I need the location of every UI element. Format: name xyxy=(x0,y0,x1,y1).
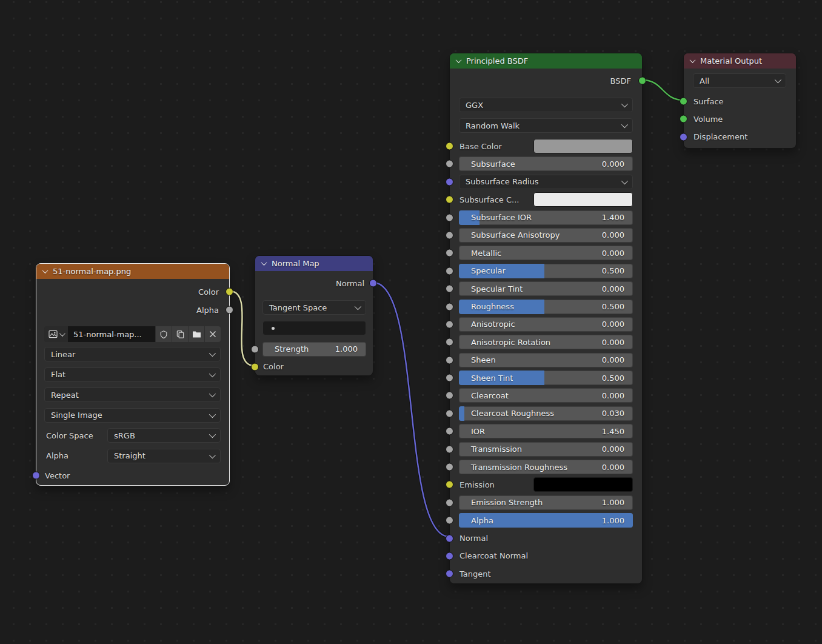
subsurface-input-socket[interactable] xyxy=(446,160,453,168)
subsurface-color-swatch[interactable] xyxy=(533,192,633,207)
node-editor-canvas[interactable]: 51-normal-map.png Color Alpha xyxy=(0,0,822,644)
chevron-down-icon xyxy=(355,303,361,310)
normal-map-node-header[interactable]: Normal Map xyxy=(255,256,373,271)
output-row-normal: Normal xyxy=(262,276,366,290)
subsurface-color-input-socket[interactable] xyxy=(446,196,453,204)
input-row-color: Color xyxy=(262,360,366,374)
transmission-slider[interactable]: Transmission 0.000 xyxy=(459,442,633,457)
color-space-label: Color Space xyxy=(44,431,107,440)
subsurface-ior-input-socket[interactable] xyxy=(446,213,453,221)
node-image-texture[interactable]: 51-normal-map.png Color Alpha xyxy=(36,263,230,486)
specular-tint-slider[interactable]: Specular Tint 0.000 xyxy=(459,281,633,296)
alpha-output-socket[interactable] xyxy=(226,306,233,314)
alpha-mode-select[interactable]: Straight xyxy=(107,449,221,463)
subsurface-ior-slider[interactable]: Subsurface IOR 1.400 xyxy=(459,210,633,225)
input-row-vector: Vector xyxy=(44,468,221,483)
interpolation-select[interactable]: Linear xyxy=(44,347,221,361)
image-browse-button[interactable] xyxy=(44,326,68,342)
subsurface-anisotropy-slider[interactable]: Subsurface Anisotropy 0.000 xyxy=(459,228,633,243)
subsurface-radius-select[interactable]: Subsurface Radius xyxy=(459,175,633,189)
color-input-socket[interactable] xyxy=(251,363,259,371)
displacement-input-socket[interactable] xyxy=(680,133,687,141)
collapse-chevron-icon[interactable] xyxy=(261,260,267,266)
clearcoat-input-socket[interactable] xyxy=(446,392,453,400)
subsurface-slider[interactable]: Subsurface 0.000 xyxy=(459,156,633,171)
ior-input-socket[interactable] xyxy=(446,428,453,435)
param-row-emission: Emission xyxy=(459,477,633,492)
node-normal-map[interactable]: Normal Map Normal Tangent Space xyxy=(255,255,373,376)
output-row-alpha: Alpha xyxy=(44,303,221,317)
sheen-tint-slider[interactable]: Sheen Tint 0.500 xyxy=(459,371,633,385)
base-color-swatch[interactable] xyxy=(533,139,633,153)
alpha-mode-row: Alpha Straight xyxy=(44,449,221,463)
clearcoat-roughness-input-socket[interactable] xyxy=(446,409,453,417)
anisotropic-input-socket[interactable] xyxy=(446,320,453,328)
emission-strength-input-socket[interactable] xyxy=(446,498,453,506)
anisotropic-slider[interactable]: Anisotropic 0.000 xyxy=(459,317,633,332)
extension-select[interactable]: Repeat xyxy=(44,387,221,402)
node-material-output[interactable]: Material Output All Surface Volume Displ… xyxy=(683,53,797,149)
sheen-tint-input-socket[interactable] xyxy=(446,374,453,382)
roughness-slider[interactable]: Roughness 0.500 xyxy=(459,300,633,314)
subsurface-anisotropy-input-socket[interactable] xyxy=(446,231,453,239)
vector-input-socket[interactable] xyxy=(32,472,40,480)
volume-input-socket[interactable] xyxy=(680,115,687,123)
image-texture-node-header[interactable]: 51-normal-map.png xyxy=(36,264,229,279)
principled-bsdf-node-header[interactable]: Principled BSDF xyxy=(450,53,642,69)
ior-slider[interactable]: IOR 1.450 xyxy=(459,424,633,438)
node-principled-bsdf[interactable]: Principled BSDF BSDF GGX Random Walk Bas… xyxy=(449,53,643,584)
anisotropic-rotation-input-socket[interactable] xyxy=(446,338,453,346)
distribution-select[interactable]: GGX xyxy=(459,98,633,112)
uv-map-field[interactable] xyxy=(262,321,366,335)
roughness-input-socket[interactable] xyxy=(446,303,453,310)
metallic-input-socket[interactable] xyxy=(446,249,453,257)
clearcoat-slider[interactable]: Clearcoat 0.000 xyxy=(459,388,633,403)
emission-color-swatch[interactable] xyxy=(533,477,633,492)
sheen-slider[interactable]: Sheen 0.000 xyxy=(459,353,633,367)
projection-select[interactable]: Flat xyxy=(44,367,221,382)
emission-input-socket[interactable] xyxy=(446,481,453,489)
transmission-roughness-input-socket[interactable] xyxy=(446,463,453,471)
image-name-field[interactable]: 51-normal-map... xyxy=(68,326,155,342)
base-color-input-socket[interactable] xyxy=(446,143,453,150)
input-row-displacement: Displacement xyxy=(693,130,786,144)
distribution-value: GGX xyxy=(466,101,483,110)
normal-input-socket[interactable] xyxy=(446,534,453,542)
surface-input-socket[interactable] xyxy=(680,98,687,106)
bsdf-output-socket[interactable] xyxy=(638,77,646,85)
strength-slider[interactable]: Strength 1.000 xyxy=(262,342,366,357)
specular-tint-input-socket[interactable] xyxy=(446,285,453,293)
collapse-chevron-icon[interactable] xyxy=(456,57,462,63)
emission-strength-slider[interactable]: Emission Strength 1.000 xyxy=(459,495,633,510)
color-space-select[interactable]: sRGB xyxy=(107,428,221,443)
space-select[interactable]: Tangent Space xyxy=(262,300,366,315)
duplicate-button[interactable] xyxy=(172,326,188,342)
transmission-input-socket[interactable] xyxy=(446,445,453,453)
anisotropic-rotation-slider[interactable]: Anisotropic Rotation 0.000 xyxy=(459,335,633,349)
sheen-input-socket[interactable] xyxy=(446,356,453,364)
bsdf-output-label: BSDF xyxy=(610,76,633,86)
tangent-input-socket[interactable] xyxy=(446,570,453,578)
normal-output-socket[interactable] xyxy=(369,280,377,287)
color-output-socket[interactable] xyxy=(226,288,233,296)
open-file-button[interactable] xyxy=(189,326,204,342)
material-output-node-header[interactable]: Material Output xyxy=(684,53,796,69)
subsurface-method-select[interactable]: Random Walk xyxy=(459,118,633,133)
alpha-input-socket[interactable] xyxy=(446,517,453,525)
source-select[interactable]: Single Image xyxy=(44,408,221,423)
fake-user-button[interactable] xyxy=(156,326,172,342)
collapse-chevron-icon[interactable] xyxy=(690,57,696,63)
subsurface-radius-input-socket[interactable] xyxy=(446,178,453,186)
metallic-slider[interactable]: Metallic 0.000 xyxy=(459,246,633,260)
strength-input-socket[interactable] xyxy=(251,345,259,353)
collapse-chevron-icon[interactable] xyxy=(42,267,48,273)
target-select[interactable]: All xyxy=(693,73,786,88)
clearcoat-roughness-slider[interactable]: Clearcoat Roughness 0.030 xyxy=(459,406,633,421)
specular-slider[interactable]: Specular 0.500 xyxy=(459,264,633,278)
transmission-roughness-slider[interactable]: Transmission Roughness 0.000 xyxy=(459,460,633,474)
unlink-button[interactable] xyxy=(205,326,221,342)
specular-input-socket[interactable] xyxy=(446,267,453,275)
alpha-slider[interactable]: Alpha 1.000 xyxy=(459,513,633,528)
subsurface-method-value: Random Walk xyxy=(466,121,520,130)
clearcoat-normal-input-socket[interactable] xyxy=(446,552,453,560)
